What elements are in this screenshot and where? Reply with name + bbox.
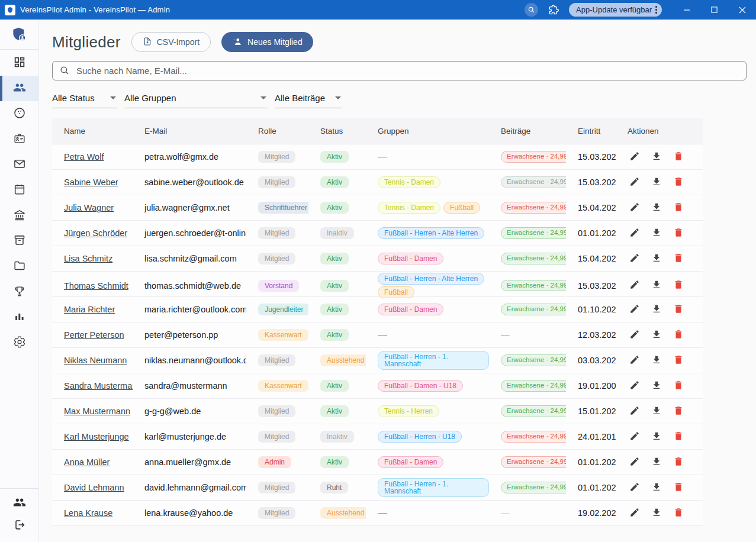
extensions-icon[interactable] (546, 3, 561, 17)
download-button[interactable] (651, 482, 662, 493)
member-name-link[interactable]: Julia Wagner (64, 203, 114, 212)
close-button[interactable] (728, 0, 756, 20)
delete-button[interactable] (673, 456, 684, 468)
download-button[interactable] (651, 354, 662, 366)
download-button[interactable] (651, 227, 662, 239)
download-button[interactable] (651, 304, 662, 315)
filter-select-2[interactable]: Alle Beiträge (275, 91, 342, 108)
edit-button[interactable] (629, 431, 641, 443)
sidebar-item-trophy[interactable] (0, 279, 38, 305)
edit-button[interactable] (629, 304, 641, 315)
delete-button[interactable] (673, 253, 684, 264)
csv-import-button[interactable]: CSV-Import (131, 32, 211, 52)
sidebar-item-mail[interactable] (0, 152, 38, 178)
download-button[interactable] (651, 176, 662, 188)
member-name-link[interactable]: Sabine Weber (64, 178, 118, 187)
delete-button[interactable] (673, 380, 684, 392)
delete-button[interactable] (673, 482, 684, 493)
download-button[interactable] (651, 405, 662, 417)
table-row: Sabine Webersabine.weber@outlook.deMitgl… (52, 170, 703, 195)
empty-placeholder: — (501, 508, 510, 518)
member-name-link[interactable]: Sandra Mustermann (64, 381, 133, 391)
search-icon (59, 65, 70, 78)
delete-button[interactable] (673, 507, 684, 519)
delete-button[interactable] (673, 280, 684, 292)
download-button[interactable] (651, 280, 662, 292)
beitrag-chip: Erwachsene · 24,99 € (501, 405, 566, 417)
download-button[interactable] (651, 151, 662, 163)
member-name-link[interactable]: Jürgen Schröder (64, 228, 127, 238)
kebab-menu-icon[interactable] (655, 6, 657, 14)
member-name-link[interactable]: Lisa Schmitz (64, 254, 112, 263)
edit-button[interactable] (629, 354, 641, 366)
edit-button[interactable] (629, 227, 641, 239)
member-name-link[interactable]: Maria Richter (64, 305, 115, 314)
sidebar-item-dashboard[interactable] (0, 50, 38, 76)
edit-button[interactable] (629, 380, 641, 392)
filter-select-1[interactable]: Alle Gruppen (124, 91, 268, 108)
delete-button[interactable] (673, 431, 684, 443)
download-icon (651, 304, 662, 316)
sidebar-item-badge[interactable] (0, 127, 38, 152)
filter-select-0[interactable]: Alle Status (52, 91, 117, 108)
sidebar-item-logout[interactable] (0, 515, 38, 537)
delete-button[interactable] (673, 151, 684, 163)
download-button[interactable] (651, 507, 662, 519)
edit-button[interactable] (629, 329, 641, 341)
member-name-link[interactable]: Anna Müller (64, 457, 110, 467)
delete-button[interactable] (673, 304, 684, 315)
member-name-link[interactable]: Lena Krause (64, 508, 112, 518)
member-name-link[interactable]: David Lehmann (64, 483, 124, 492)
table-row: Perter Petersonpeter@peterson.ppKassenwa… (52, 322, 703, 348)
groups-cell: — (366, 506, 489, 520)
download-button[interactable] (651, 431, 662, 443)
delete-button[interactable] (673, 354, 684, 366)
edit-button[interactable] (629, 482, 641, 493)
sidebar-item-calendar[interactable] (0, 178, 38, 203)
member-name-link[interactable]: Petra Wolf (64, 152, 104, 162)
titlebar: VereinsPilot Admin - VereinsPilot — Admi… (0, 0, 756, 20)
delete-button[interactable] (673, 176, 684, 188)
download-button[interactable] (651, 253, 662, 264)
member-name-link[interactable]: Max Mustermann (64, 406, 130, 416)
sidebar-item-archive[interactable] (0, 228, 38, 254)
delete-button[interactable] (673, 329, 684, 341)
member-name-link[interactable]: Thomas Schmidt (64, 281, 128, 291)
new-member-button[interactable]: Neues Mitglied (221, 32, 313, 52)
app-update-button[interactable]: App-Update verfügbar (569, 3, 662, 17)
role-chip: Admin (258, 456, 291, 468)
sidebar-item-members[interactable] (0, 76, 38, 101)
delete-button[interactable] (673, 227, 684, 239)
edit-button[interactable] (629, 151, 641, 163)
download-button[interactable] (651, 329, 662, 341)
edit-button[interactable] (629, 202, 641, 214)
download-button[interactable] (651, 380, 662, 392)
eintritt-date: 01.01.2023 (566, 228, 616, 238)
edit-button[interactable] (629, 405, 641, 417)
table-row: Niklas Neumannniklas.neumann@outlook.deM… (52, 348, 703, 373)
member-name-link[interactable]: Niklas Neumann (64, 356, 127, 365)
titlebar-search-icon[interactable] (525, 3, 538, 17)
maximize-button[interactable] (700, 0, 728, 20)
sidebar-item-settings[interactable] (0, 330, 38, 356)
role-chip: Vorstand (258, 280, 299, 292)
member-name-link[interactable]: Perter Peterson (64, 330, 124, 340)
edit-button[interactable] (629, 176, 641, 188)
edit-button[interactable] (629, 456, 641, 468)
sidebar-item-bank[interactable] (0, 203, 38, 228)
delete-button[interactable] (673, 405, 684, 417)
edit-button[interactable] (629, 507, 641, 519)
download-button[interactable] (651, 202, 662, 214)
delete-button[interactable] (673, 202, 684, 214)
sidebar-item-members-admin[interactable] (0, 492, 38, 515)
minimize-button[interactable] (673, 0, 700, 20)
members-admin-icon (13, 496, 26, 511)
member-name-link[interactable]: Karl Musterjunge (64, 432, 129, 441)
edit-button[interactable] (629, 253, 641, 264)
edit-button[interactable] (629, 280, 641, 292)
sidebar-item-sports[interactable] (0, 101, 38, 127)
download-button[interactable] (651, 456, 662, 468)
sidebar-item-chart[interactable] (0, 305, 38, 330)
search-input[interactable] (52, 61, 747, 80)
sidebar-item-folder[interactable] (0, 254, 38, 279)
